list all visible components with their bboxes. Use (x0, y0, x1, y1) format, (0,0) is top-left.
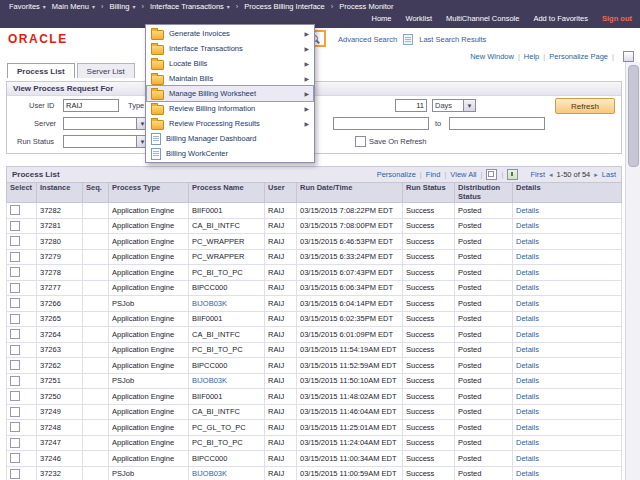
row-select-checkbox[interactable] (10, 438, 20, 448)
row-select-checkbox[interactable] (10, 469, 20, 479)
breadcrumb-item[interactable]: Billing ▾ (98, 2, 139, 11)
menu-item[interactable]: Maintain Bills ▶ (147, 71, 313, 86)
tab[interactable]: Server List (77, 63, 135, 78)
instance-to-input[interactable] (449, 117, 545, 130)
column-header[interactable]: Process Name (189, 183, 265, 203)
menu-item[interactable]: Generate Invoices ▶ (147, 26, 313, 41)
scrollbar-thumb[interactable] (628, 65, 639, 167)
tab[interactable]: Process List (7, 63, 75, 78)
process-name[interactable]: BIJOB03K (192, 469, 227, 478)
user-id-input[interactable] (63, 99, 119, 112)
breadcrumb-item[interactable]: Process Monitor (328, 2, 397, 11)
column-header[interactable]: User (265, 183, 297, 203)
details-link[interactable]: Details (516, 407, 539, 416)
next-page-icon[interactable]: ▸ (594, 171, 598, 179)
row-select-checkbox[interactable] (10, 376, 20, 386)
row-select-checkbox[interactable] (10, 236, 20, 246)
refresh-button[interactable]: Refresh (555, 98, 615, 114)
previous-page-icon[interactable]: ◂ (549, 171, 553, 179)
details-link[interactable]: Details (516, 376, 539, 385)
menu-item[interactable]: Review Processing Results ▶ (147, 116, 313, 131)
column-header[interactable]: Run Status (403, 183, 455, 203)
last-value-input[interactable] (395, 99, 427, 112)
details-link[interactable]: Details (516, 438, 539, 447)
row-select-checkbox[interactable] (10, 422, 20, 432)
row-select-checkbox[interactable] (10, 391, 20, 401)
breadcrumb-item[interactable]: Interface Transactions ▾ (139, 2, 233, 11)
run-status-select[interactable]: ▼ (63, 135, 149, 148)
new-window-link[interactable]: New Window (470, 52, 514, 61)
column-header[interactable]: Run Date/Time (297, 183, 403, 203)
row-select-checkbox[interactable] (10, 267, 20, 277)
menu-item[interactable]: Billing Manager Dashboard (147, 131, 313, 146)
menu-item[interactable]: Manage Billing Worksheet ▶ (147, 86, 313, 101)
first-link[interactable]: First (530, 170, 545, 179)
personalize-page-link[interactable]: Personalize Page (549, 52, 608, 61)
row-select-checkbox[interactable] (10, 360, 20, 370)
save-on-refresh-checkbox[interactable] (355, 136, 366, 147)
sign-out-link[interactable]: Sign out (602, 14, 632, 23)
row-select-checkbox[interactable] (10, 453, 20, 463)
details-link[interactable]: Details (516, 314, 539, 323)
details-link[interactable]: Details (516, 206, 539, 215)
process-name: BIIF0001 (192, 392, 222, 401)
details-link[interactable]: Details (516, 469, 539, 478)
header-link[interactable]: Home (371, 14, 391, 23)
process-name[interactable]: BIJOB03K (192, 376, 227, 385)
details-link[interactable]: Details (516, 237, 539, 246)
table-row: 37266 PSJob BIJOB03K RAIJ 03/15/2015 6:0… (7, 296, 622, 312)
last-search-results-icon[interactable] (403, 34, 413, 45)
details-link[interactable]: Details (516, 423, 539, 432)
days-select[interactable]: Days ▼ (432, 99, 476, 112)
column-header[interactable]: Distribution Status (455, 183, 513, 203)
column-header[interactable]: Process Type (109, 183, 189, 203)
vertical-scrollbar[interactable] (625, 62, 640, 480)
details-link[interactable]: Details (516, 268, 539, 277)
breadcrumb-item[interactable]: Favorites ▾ (6, 2, 49, 11)
breadcrumb-item[interactable]: Main Menu ▾ (49, 2, 98, 11)
header-link[interactable]: MultiChannel Console (446, 14, 519, 23)
help-link[interactable]: Help (524, 52, 539, 61)
menu-item[interactable]: Locate Bills ▶ (147, 56, 313, 71)
details-link[interactable]: Details (516, 361, 539, 370)
menu-item[interactable]: Review Billing Information ▶ (147, 101, 313, 116)
server-select[interactable]: ▼ (63, 117, 149, 130)
row-select-checkbox[interactable] (10, 298, 20, 308)
row-select-checkbox[interactable] (10, 205, 20, 215)
column-header[interactable]: Details (513, 183, 622, 203)
row-select-checkbox[interactable] (10, 221, 20, 231)
details-link[interactable]: Details (516, 221, 539, 230)
find-link[interactable]: Find (426, 170, 441, 179)
instance-from-input[interactable] (333, 117, 429, 130)
row-select-checkbox[interactable] (10, 407, 20, 417)
details-link[interactable]: Details (516, 454, 539, 463)
details-link[interactable]: Details (516, 299, 539, 308)
row-select-checkbox[interactable] (10, 345, 20, 355)
view-all-link[interactable]: View All (450, 170, 476, 179)
header-link[interactable]: Worklist (405, 14, 432, 23)
details-link[interactable]: Details (516, 345, 539, 354)
header-link[interactable]: Add to Favorites (533, 14, 588, 23)
details-link[interactable]: Details (516, 283, 539, 292)
row-select-checkbox[interactable] (10, 329, 20, 339)
column-header[interactable]: Select (7, 183, 37, 203)
menu-item[interactable]: Interface Transactions ▶ (147, 41, 313, 56)
row-select-checkbox[interactable] (10, 252, 20, 262)
last-search-results-link[interactable]: Last Search Results (419, 35, 486, 44)
details-link[interactable]: Details (516, 392, 539, 401)
download-grid-icon[interactable] (507, 169, 518, 180)
copy-url-icon[interactable] (623, 51, 634, 62)
personalize-link[interactable]: Personalize (377, 170, 416, 179)
details-link[interactable]: Details (516, 252, 539, 261)
last-link[interactable]: Last (602, 170, 616, 179)
column-header[interactable]: Instance (37, 183, 83, 203)
row-select-checkbox[interactable] (10, 314, 20, 324)
menu-item[interactable]: Billing WorkCenter (147, 146, 313, 161)
zoom-grid-icon[interactable] (486, 169, 497, 180)
row-select-checkbox[interactable] (10, 283, 20, 293)
advanced-search-link[interactable]: Advanced Search (338, 35, 397, 44)
breadcrumb-item[interactable]: Process Billing Interface (233, 2, 328, 11)
process-name[interactable]: BIJOB03K (192, 299, 227, 308)
column-header[interactable]: Seq. (83, 183, 109, 203)
details-link[interactable]: Details (516, 330, 539, 339)
